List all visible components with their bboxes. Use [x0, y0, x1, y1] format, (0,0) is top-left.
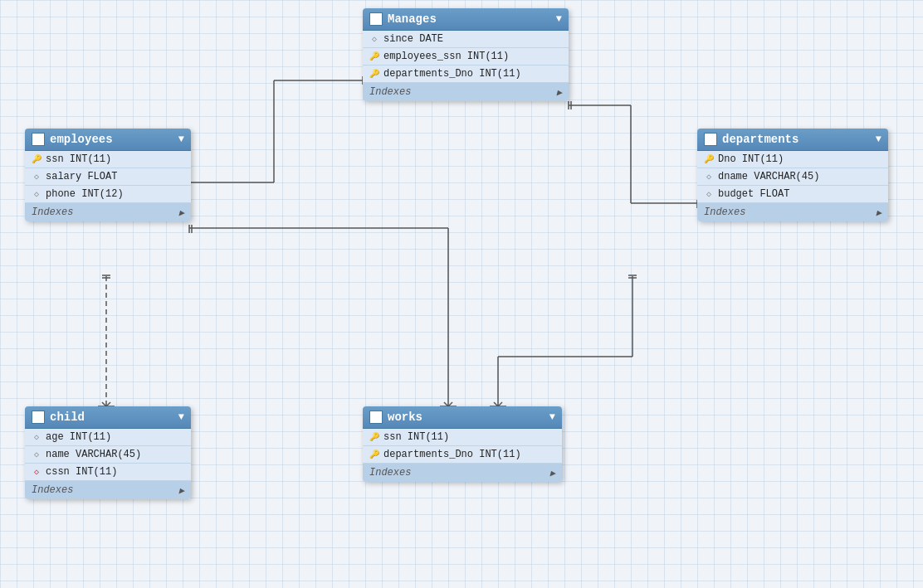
works-indexes[interactable]: Indexes ▶	[363, 464, 562, 482]
works-field-1-text: departments_Dno INT(11)	[383, 449, 521, 460]
employees-table[interactable]: ⊞ employees ▼ 🔑 ssn INT(11) ◇ salary FLO…	[25, 129, 191, 221]
departments-dropdown[interactable]: ▼	[876, 134, 881, 145]
diamond-open-icon: ◇	[32, 189, 42, 199]
employees-indexes-label: Indexes	[32, 207, 73, 218]
diagram-canvas: ⊞ Manages ▼ ◇ since DATE 🔑 employees_ssn…	[0, 0, 923, 588]
child-field-1[interactable]: ◇ name VARCHAR(45)	[25, 446, 191, 464]
works-dropdown[interactable]: ▼	[549, 411, 555, 423]
child-header[interactable]: ⊞ child ▼	[25, 406, 191, 429]
key-icon: 🔑	[369, 432, 379, 442]
employees-dropdown[interactable]: ▼	[178, 134, 184, 145]
departments-table[interactable]: ⊞ departments ▼ 🔑 Dno INT(11) ◇ dname VA…	[697, 129, 888, 221]
manages-field-2[interactable]: 🔑 departments_Dno INT(11)	[363, 66, 569, 83]
diamond-open-icon: ◇	[32, 432, 42, 442]
manages-header[interactable]: ⊞ Manages ▼	[363, 8, 569, 31]
departments-field-0[interactable]: 🔑 Dno INT(11)	[697, 151, 888, 168]
departments-field-1-text: dname VARCHAR(45)	[718, 171, 819, 182]
child-field-2[interactable]: ◇ cssn INT(11)	[25, 464, 191, 481]
works-field-0[interactable]: 🔑 ssn INT(11)	[363, 429, 562, 446]
employees-field-0[interactable]: 🔑 ssn INT(11)	[25, 151, 191, 168]
employees-field-2[interactable]: ◇ phone INT(12)	[25, 186, 191, 203]
diamond-open-icon: ◇	[704, 172, 714, 182]
works-field-1[interactable]: 🔑 departments_Dno INT(11)	[363, 446, 562, 464]
departments-field-2-text: budget FLOAT	[718, 188, 789, 200]
manages-field-1[interactable]: 🔑 employees_ssn INT(11)	[363, 48, 569, 66]
works-field-0-text: ssn INT(11)	[383, 431, 449, 443]
child-body: ◇ age INT(11) ◇ name VARCHAR(45) ◇ cssn …	[25, 429, 191, 481]
key-icon: 🔑	[369, 51, 379, 61]
manages-field-0-text: since DATE	[383, 33, 443, 45]
manages-title: Manages	[388, 12, 437, 26]
manages-indexes-arrow: ▶	[556, 87, 562, 98]
manages-dropdown[interactable]: ▼	[556, 13, 562, 25]
employees-field-1[interactable]: ◇ salary FLOAT	[25, 168, 191, 186]
employees-indexes-arrow: ▶	[178, 207, 184, 218]
key-icon: 🔑	[369, 450, 379, 459]
employees-header[interactable]: ⊞ employees ▼	[25, 129, 191, 151]
works-body: 🔑 ssn INT(11) 🔑 departments_Dno INT(11)	[363, 429, 562, 464]
child-field-0[interactable]: ◇ age INT(11)	[25, 429, 191, 446]
child-table[interactable]: ⊞ child ▼ ◇ age INT(11) ◇ name VARCHAR(4…	[25, 406, 191, 499]
manages-body: ◇ since DATE 🔑 employees_ssn INT(11) 🔑 d…	[363, 31, 569, 83]
diamond-red-icon: ◇	[32, 467, 42, 477]
works-title: works	[388, 411, 422, 424]
departments-body: 🔑 Dno INT(11) ◇ dname VARCHAR(45) ◇ budg…	[697, 151, 888, 203]
employees-body: 🔑 ssn INT(11) ◇ salary FLOAT ◇ phone INT…	[25, 151, 191, 203]
child-table-icon: ⊞	[32, 411, 45, 424]
child-dropdown[interactable]: ▼	[178, 411, 184, 423]
works-header[interactable]: ⊞ works ▼	[363, 406, 562, 429]
key-icon: 🔑	[32, 154, 42, 164]
departments-field-1[interactable]: ◇ dname VARCHAR(45)	[697, 168, 888, 186]
diamond-open-icon: ◇	[32, 450, 42, 459]
employees-field-2-text: phone INT(12)	[46, 188, 124, 200]
departments-title: departments	[722, 133, 798, 146]
departments-indexes-label: Indexes	[704, 207, 745, 218]
diamond-open-icon: ◇	[704, 189, 714, 199]
employees-table-icon: ⊞	[32, 133, 45, 146]
departments-header[interactable]: ⊞ departments ▼	[697, 129, 888, 151]
manages-table[interactable]: ⊞ Manages ▼ ◇ since DATE 🔑 employees_ssn…	[363, 8, 569, 101]
key-icon: 🔑	[704, 154, 714, 164]
child-field-1-text: name VARCHAR(45)	[46, 449, 141, 460]
child-field-2-text: cssn INT(11)	[46, 466, 117, 478]
departments-field-0-text: Dno INT(11)	[718, 153, 784, 165]
child-indexes[interactable]: Indexes ▶	[25, 481, 191, 499]
departments-indexes[interactable]: Indexes ▶	[697, 203, 888, 221]
works-indexes-arrow: ▶	[549, 468, 555, 479]
manages-field-0[interactable]: ◇ since DATE	[363, 31, 569, 48]
child-indexes-arrow: ▶	[178, 485, 184, 496]
departments-indexes-arrow: ▶	[876, 207, 881, 218]
employees-indexes[interactable]: Indexes ▶	[25, 203, 191, 221]
departments-field-2[interactable]: ◇ budget FLOAT	[697, 186, 888, 203]
child-field-0-text: age INT(11)	[46, 431, 111, 443]
works-table-icon: ⊞	[369, 411, 383, 424]
employees-title: employees	[50, 133, 113, 146]
employees-field-1-text: salary FLOAT	[46, 171, 117, 182]
diamond-open-icon: ◇	[32, 172, 42, 182]
key-icon: 🔑	[369, 69, 379, 79]
manages-table-icon: ⊞	[369, 12, 383, 26]
diamond-open-icon: ◇	[369, 34, 379, 44]
manages-field-2-text: departments_Dno INT(11)	[383, 68, 521, 80]
child-indexes-label: Indexes	[32, 484, 73, 496]
manages-indexes-label: Indexes	[369, 86, 411, 98]
works-indexes-label: Indexes	[369, 467, 411, 479]
employees-field-0-text: ssn INT(11)	[46, 153, 111, 165]
departments-table-icon: ⊞	[704, 133, 717, 146]
works-table[interactable]: ⊞ works ▼ 🔑 ssn INT(11) 🔑 departments_Dn…	[363, 406, 562, 482]
child-title: child	[50, 411, 85, 424]
manages-field-1-text: employees_ssn INT(11)	[383, 51, 509, 62]
manages-indexes[interactable]: Indexes ▶	[363, 83, 569, 101]
